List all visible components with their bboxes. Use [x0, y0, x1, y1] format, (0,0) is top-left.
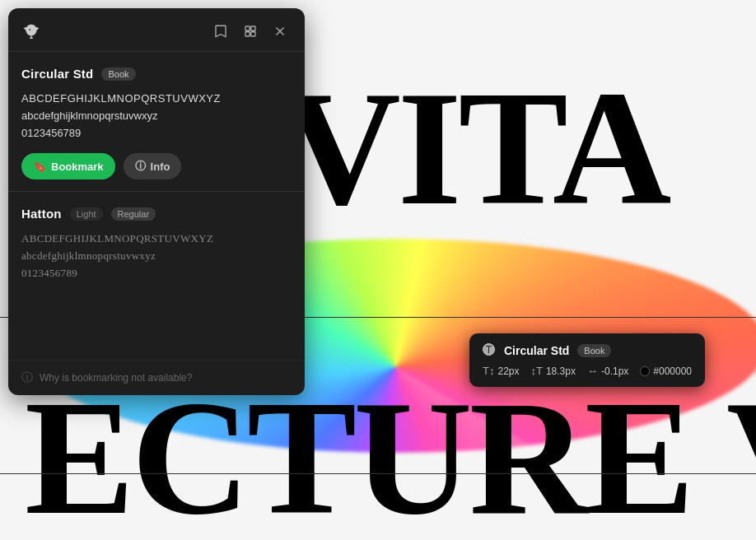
font-size-icon: T↕	[483, 365, 494, 377]
font1-header: Circular Std Book	[21, 67, 292, 81]
bg-text-bottom: ECTURE V	[25, 375, 756, 540]
font2-preview-nums: 0123456789	[21, 265, 292, 282]
info-button[interactable]: ⓘ Info	[124, 153, 182, 179]
letter-spacing-icon: ↔	[587, 365, 598, 377]
svg-rect-4	[251, 32, 255, 36]
font1-preview-upper: ABCDEFGHIJKLMNOPQRSTUVWXYZ	[21, 91, 292, 108]
font1-actions: 🔖 Bookmark ⓘ Info	[21, 153, 292, 179]
font2-preview-lower: abcdefghijklmnopqrstuvwxyz	[21, 248, 292, 265]
tooltip-font-name: Circular Std	[504, 344, 569, 357]
footer-info-icon: ⓘ	[21, 370, 33, 385]
info-icon-inline: ⓘ	[135, 159, 146, 174]
font2-header: Hatton Light Regular	[21, 207, 292, 221]
svg-point-0	[29, 29, 30, 30]
bg-line-bottom	[0, 473, 756, 474]
color-dot	[640, 366, 650, 376]
font-entry-2: Hatton Light Regular ABCDEFGHIJKLMNOPQRS…	[8, 192, 305, 361]
tooltip-line-height: ↕T 18.3px	[530, 365, 575, 377]
tooltip-letter-spacing: ↔ -0.1px	[587, 365, 628, 377]
svg-rect-2	[251, 26, 255, 30]
color-value: #000000	[653, 365, 692, 377]
tooltip-font-size: T↕ 22px	[483, 365, 519, 377]
font2-tag-style: Regular	[111, 207, 156, 221]
font1-name: Circular Std	[21, 67, 93, 81]
bookmark-icon-inline: 🔖	[33, 161, 46, 173]
bookmark-panel-button[interactable]	[209, 20, 232, 43]
bookmark-button[interactable]: 🔖 Bookmark	[21, 153, 115, 179]
tooltip-metrics: T↕ 22px ↕T 18.3px ↔ -0.1px #000000	[483, 365, 692, 377]
bookmark-label: Bookmark	[51, 161, 104, 173]
bookmark-header-icon	[213, 24, 228, 39]
panel-footer: ⓘ Why is bookmarking not available?	[8, 361, 305, 395]
font-tooltip-popup: 🅣 Circular Std Book T↕ 22px ↕T 18.3px ↔ …	[469, 333, 705, 387]
letter-spacing-value: -0.1px	[601, 365, 628, 377]
font2-tag-weight: Light	[70, 207, 103, 221]
font-size-value: 22px	[497, 365, 519, 377]
font1-preview-nums: 0123456789	[21, 125, 292, 142]
panel-header-icons	[209, 20, 292, 43]
tooltip-color: #000000	[640, 365, 692, 377]
layers-icon	[243, 24, 258, 39]
svg-rect-3	[245, 32, 250, 36]
footer-text: Why is bookmarking not available?	[40, 372, 192, 384]
font2-name: Hatton	[21, 207, 62, 221]
font1-preview-lower: abcdefghijklmnopqrstuvwxyz	[21, 108, 292, 125]
layers-panel-button[interactable]	[239, 20, 262, 43]
panel-header	[8, 8, 305, 52]
font-entry-1: Circular Std Book ABCDEFGHIJKLMNOPQRSTUV…	[8, 52, 305, 192]
tooltip-header: 🅣 Circular Std Book	[483, 343, 692, 358]
font2-preview-upper: ABCDEFGHIJKLMNOPQRSTUVWXYZ	[21, 230, 292, 248]
tooltip-font-icon: 🅣	[483, 343, 496, 358]
font1-tag: Book	[101, 68, 135, 81]
app-logo	[21, 21, 41, 41]
tooltip-font-tag: Book	[577, 344, 611, 357]
line-height-icon: ↕T	[530, 365, 542, 377]
line-height-value: 18.3px	[546, 365, 576, 377]
svg-rect-1	[245, 26, 250, 30]
font-inspector-panel: Circular Std Book ABCDEFGHIJKLMNOPQRSTUV…	[8, 8, 305, 395]
close-panel-button[interactable]	[268, 20, 292, 43]
info-label: Info	[151, 161, 170, 173]
close-icon	[273, 24, 287, 39]
bird-logo-icon	[22, 22, 40, 40]
